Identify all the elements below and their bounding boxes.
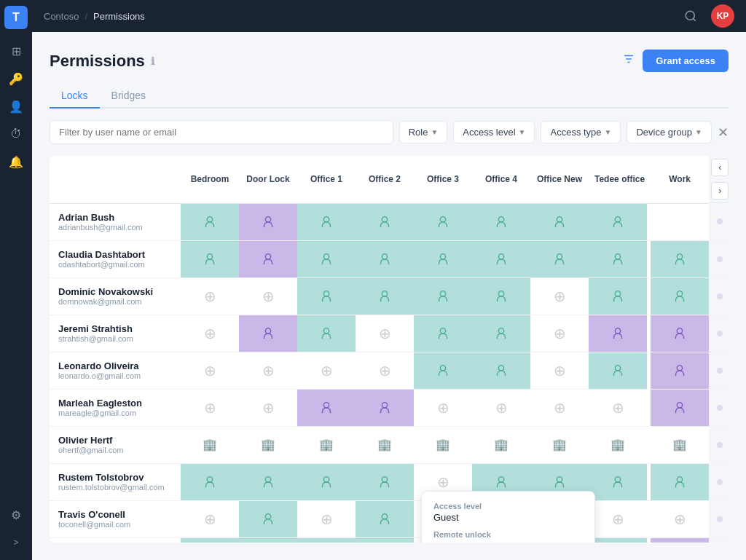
cell-building[interactable]: 🏢 — [297, 427, 356, 463]
cell-purple[interactable] — [239, 204, 297, 240]
cell-add[interactable]: ⊕ — [589, 501, 647, 537]
cell-green[interactable] — [472, 538, 530, 543]
cell-building[interactable]: 🏢 — [356, 427, 414, 463]
cell-building[interactable]: 🏢 — [530, 427, 589, 463]
cell-green[interactable] — [181, 538, 239, 543]
cell-add[interactable]: ⊕ — [472, 390, 530, 426]
cell-green[interactable] — [356, 464, 414, 500]
cell-green[interactable] — [472, 352, 530, 389]
nav-left-button[interactable]: ‹ — [711, 159, 729, 176]
cell-add[interactable]: ⊕ — [589, 390, 647, 426]
cell-add[interactable]: ⊕ — [356, 315, 414, 352]
cell-building[interactable]: 🏢 — [239, 427, 297, 463]
search-input[interactable] — [50, 120, 393, 144]
cell-green[interactable] — [472, 464, 530, 500]
sidebar-icon-key[interactable]: 🔑 — [4, 67, 28, 90]
cell-add[interactable]: ⊕ — [530, 538, 589, 543]
cell-green[interactable] — [181, 464, 239, 500]
cell-green[interactable] — [472, 241, 530, 277]
cell-add[interactable]: ⊕ — [530, 315, 589, 352]
cell-add[interactable]: ⊕ — [181, 390, 239, 426]
cell-add[interactable]: ⊕ — [239, 278, 297, 315]
sidebar-icon-gear[interactable]: ⚙ — [4, 503, 28, 527]
cell-green[interactable] — [651, 241, 709, 277]
cell-green[interactable] — [181, 241, 239, 277]
cell-add[interactable]: ⊕ — [356, 352, 414, 389]
cell-green[interactable] — [414, 241, 472, 277]
cell-green[interactable] — [530, 501, 589, 537]
cell-building[interactable]: 🏢 — [589, 427, 647, 463]
cell-add[interactable]: ⊕ — [414, 390, 472, 426]
cell-add[interactable]: ⊕ — [239, 352, 297, 389]
cell-green[interactable] — [589, 278, 647, 315]
grant-access-button[interactable]: Grant access — [643, 50, 729, 72]
sidebar-icon-bell[interactable]: 🔔 — [4, 150, 28, 173]
cell-green[interactable] — [297, 278, 356, 315]
cell-green[interactable] — [530, 464, 589, 500]
cell-add[interactable]: ⊕ — [530, 390, 589, 426]
cell-add[interactable]: ⊕ — [530, 352, 589, 389]
tab-locks[interactable]: Locks — [50, 84, 100, 109]
cell-green[interactable] — [414, 204, 472, 240]
search-icon[interactable] — [679, 4, 702, 28]
cell-green[interactable] — [651, 278, 709, 315]
cell-green[interactable] — [651, 464, 709, 500]
app-logo[interactable]: T — [4, 6, 28, 29]
nav-right-button[interactable]: › — [711, 182, 729, 200]
sidebar-icon-grid[interactable]: ⊞ — [4, 39, 28, 63]
cell-green[interactable] — [239, 501, 297, 537]
cell-tooltip-trigger[interactable] — [356, 390, 414, 426]
cell-green[interactable] — [472, 204, 530, 240]
access-type-filter[interactable]: Access type ▼ — [541, 121, 621, 143]
cell-green[interactable] — [589, 241, 647, 277]
cell-green[interactable] — [297, 538, 356, 543]
cell-green[interactable] — [181, 204, 239, 240]
cell-add[interactable]: ⊕ — [239, 390, 297, 426]
sidebar-icon-person[interactable]: 👤 — [4, 95, 28, 118]
cell-green[interactable] — [297, 241, 356, 277]
cell-building[interactable]: 🏢 — [472, 427, 530, 463]
cell-add[interactable]: ⊕ — [414, 464, 472, 500]
filters-close-button[interactable]: ✕ — [718, 125, 729, 141]
cell-green[interactable] — [414, 352, 472, 389]
cell-green[interactable] — [356, 241, 414, 277]
cell-add[interactable]: ⊕ — [414, 538, 472, 543]
cell-add[interactable]: ⊕ — [651, 501, 709, 537]
sidebar-expand[interactable]: > — [4, 531, 28, 554]
cell-green[interactable] — [356, 538, 414, 543]
access-level-filter[interactable]: Access level ▼ — [453, 121, 535, 143]
cell-green[interactable] — [589, 538, 647, 543]
cell-green[interactable] — [297, 204, 356, 240]
cell-purple[interactable] — [239, 315, 297, 352]
cell-purple[interactable] — [239, 241, 297, 277]
cell-green[interactable] — [239, 464, 297, 500]
cell-green[interactable] — [472, 315, 530, 352]
cell-green[interactable] — [414, 278, 472, 315]
cell-building[interactable]: 🏢 — [181, 427, 239, 463]
cell-green[interactable] — [472, 501, 530, 537]
cell-green[interactable] — [297, 315, 356, 352]
cell-purple[interactable] — [651, 352, 709, 389]
cell-green[interactable] — [356, 501, 414, 537]
device-group-filter[interactable]: Device group ▼ — [627, 121, 712, 143]
cell-green[interactable] — [297, 464, 356, 500]
cell-green[interactable] — [239, 538, 297, 543]
cell-green[interactable] — [589, 464, 647, 500]
cell-green[interactable] — [356, 278, 414, 315]
cell-green[interactable] — [530, 241, 589, 277]
cell-purple[interactable] — [589, 315, 647, 352]
cell-green[interactable] — [589, 352, 647, 389]
cell-building[interactable]: 🏢 — [651, 427, 709, 463]
cell-building[interactable]: 🏢 — [414, 427, 472, 463]
cell-add[interactable]: ⊕ — [181, 315, 239, 352]
cell-add[interactable]: ⊕ — [181, 501, 239, 537]
cell-add[interactable]: ⊕ — [530, 278, 589, 315]
cell-add[interactable]: ⊕ — [297, 352, 356, 389]
cell-green[interactable] — [530, 204, 589, 240]
cell-green[interactable] — [414, 315, 472, 352]
filter-button[interactable] — [622, 52, 635, 69]
cell-green[interactable] — [589, 204, 647, 240]
sidebar-icon-clock[interactable]: ⏱ — [4, 122, 28, 146]
cell-add[interactable]: ⊕ — [297, 501, 356, 537]
cell-add[interactable]: ⊕ — [181, 352, 239, 389]
